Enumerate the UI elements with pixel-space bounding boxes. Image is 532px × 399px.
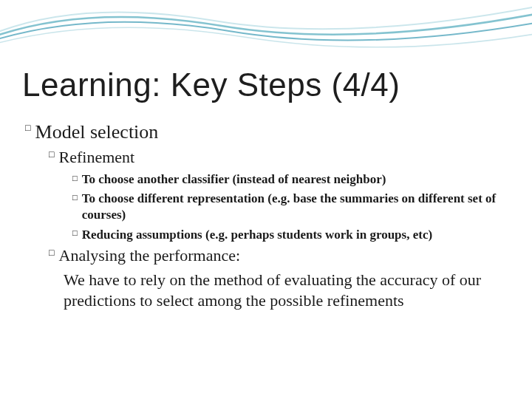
text-reducing-assumptions: Reducing assumptions (e.g. perhaps stude… — [82, 227, 432, 243]
square-bullet-icon: □ — [72, 194, 78, 202]
square-bullet-icon: □ — [49, 248, 55, 257]
slide-title: Learning: Key Steps (4/4) — [22, 66, 510, 103]
bullet-choose-classifier: □ To choose another classifier (instead … — [72, 171, 510, 188]
square-bullet-icon: □ — [49, 150, 55, 159]
text-model-selection: Model selection — [35, 121, 159, 143]
bullet-refinement: □ Refinement — [49, 148, 510, 167]
square-bullet-icon: □ — [72, 229, 78, 237]
bullet-model-selection: □ Model selection — [25, 121, 510, 143]
bullet-reducing-assumptions: □ Reducing assumptions (e.g. perhaps stu… — [72, 227, 510, 243]
text-performance-body: We have to rely on the method of evaluat… — [64, 270, 510, 311]
text-choose-classifier: To choose another classifier (instead of… — [82, 171, 386, 188]
square-bullet-icon: □ — [72, 174, 78, 183]
bullet-choose-representation: □ To choose different representation (e.… — [72, 191, 510, 223]
text-choose-representation: To choose different representation (e.g.… — [82, 191, 510, 223]
slide-body: Learning: Key Steps (4/4) □ Model select… — [0, 0, 532, 330]
text-refinement: Refinement — [59, 148, 135, 167]
square-bullet-icon: □ — [25, 123, 31, 132]
bullet-analysing-performance: □ Analysing the performance: — [49, 246, 510, 265]
text-analysing-performance: Analysing the performance: — [59, 246, 241, 265]
